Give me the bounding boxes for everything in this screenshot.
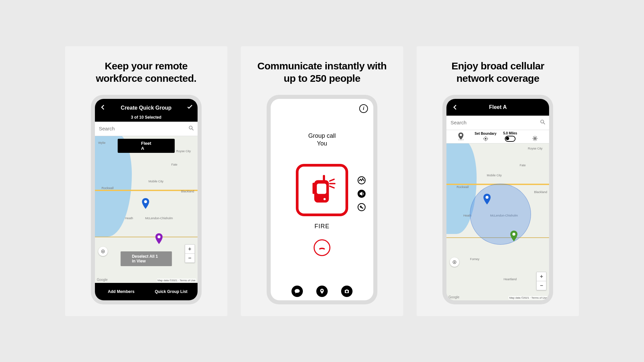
map-place: Rockwall [457, 185, 469, 189]
map-place: Fate [520, 164, 526, 167]
search-input[interactable] [450, 119, 540, 126]
info-icon[interactable]: i [359, 104, 368, 113]
map-attribution: Map data ©2021 · Terms of Use [508, 296, 548, 300]
deselect-button[interactable]: Deselect All 1 in View [120, 251, 172, 266]
headline-3: Enjoy broad cellular network coverage [451, 60, 544, 85]
zoom-in-button[interactable]: + [185, 245, 195, 254]
speaker-icon[interactable] [357, 189, 366, 198]
hangup-button[interactable] [314, 239, 330, 256]
map-place: Heath [125, 217, 133, 220]
svg-rect-7 [313, 183, 315, 194]
boundary-toolbar: Set Boundary 5.0 Miles [446, 130, 549, 143]
svg-point-15 [541, 120, 544, 123]
zoom-in-button[interactable]: + [537, 272, 546, 281]
map-place: Royse City [176, 149, 191, 153]
svg-point-25 [454, 261, 455, 263]
boundary-pin-button[interactable] [448, 132, 473, 141]
push-to-talk-button[interactable] [296, 164, 348, 216]
map-place: Heartland [503, 278, 517, 281]
distance-label: 5.0 Miles [503, 131, 517, 135]
fleet-chip[interactable]: Fleet A [117, 139, 174, 153]
activity-icon[interactable] [357, 176, 366, 185]
map[interactable]: Wylie Lavon Royse City Fate Mobile City … [95, 136, 198, 283]
phone-screen-1: Create Quick Group 3 of 10 Selected [95, 99, 198, 300]
radio-icon [309, 175, 335, 205]
svg-point-19 [485, 138, 486, 139]
svg-line-16 [544, 123, 545, 124]
panel-1: Keep your remote workforce connected. Cr… [65, 46, 227, 316]
svg-rect-9 [317, 183, 326, 194]
svg-point-0 [189, 126, 192, 129]
panel-3: Enjoy broad cellular network coverage Fl… [417, 46, 579, 316]
google-attribution: Google [97, 278, 108, 282]
location-tab[interactable] [316, 286, 328, 297]
headline-1: Keep your remote workforce connected. [96, 60, 197, 85]
phone-frame-2: i Group call You C [267, 95, 377, 304]
search-bar[interactable] [446, 116, 549, 130]
svg-point-4 [102, 251, 104, 252]
phone-screen-2: i Group call You C [271, 99, 373, 300]
svg-point-2 [144, 200, 147, 203]
search-input[interactable] [98, 125, 188, 132]
map-place: Rockwall [102, 186, 114, 190]
svg-rect-8 [323, 175, 325, 182]
quick-group-list-button[interactable]: Quick Group List [148, 286, 195, 298]
map-place: Mobile City [487, 174, 502, 177]
geofence-circle[interactable] [470, 184, 531, 245]
headline-2: Communicate instantly with up to 250 peo… [257, 60, 386, 85]
svg-point-17 [460, 134, 462, 136]
zoom-out-button[interactable]: − [185, 254, 195, 262]
map-pin-blue[interactable] [142, 198, 149, 210]
zoom-control[interactable]: +− [536, 272, 546, 290]
svg-line-1 [192, 129, 194, 130]
zoom-control[interactable]: +− [185, 244, 195, 263]
phone-frame-3: Fleet A Set Boundary 5.0 Miles [442, 95, 553, 304]
svg-point-23 [486, 196, 489, 199]
map-place: McLendon-Chisholm [145, 217, 173, 220]
back-icon[interactable] [99, 104, 106, 112]
camera-tab[interactable] [341, 286, 353, 297]
confirm-icon[interactable] [186, 104, 194, 112]
panel-2: Communicate instantly with up to 250 peo… [241, 46, 403, 316]
locate-me-button[interactable] [98, 247, 108, 256]
boundary-toggle[interactable]: 5.0 Miles [498, 131, 523, 142]
map-pin-green[interactable] [510, 231, 518, 243]
add-call-icon[interactable]: C [357, 203, 366, 212]
map-attribution: Map data ©2021 · Terms of Use [157, 279, 196, 282]
boundary-settings-button[interactable] [523, 132, 547, 141]
search-bar[interactable] [95, 122, 198, 136]
map-place: Forney [470, 257, 479, 261]
boundary-center-button[interactable]: Set Boundary [473, 132, 498, 141]
map-place: Blackland [534, 190, 547, 194]
back-icon[interactable] [451, 104, 459, 112]
add-members-button[interactable]: Add Members [98, 286, 145, 298]
map-pin-blue[interactable] [483, 194, 491, 206]
selection-count: 3 of 10 Selected [99, 115, 194, 120]
page-title: Fleet A [489, 104, 507, 110]
chat-tab[interactable] [291, 286, 303, 297]
phone-screen-3: Fleet A Set Boundary 5.0 Miles [446, 99, 549, 300]
talkgroup-label: FIRE [314, 223, 329, 230]
map-place: Blackland [181, 190, 194, 193]
call-type-label: Group call [308, 132, 336, 139]
search-icon[interactable] [540, 119, 546, 126]
tab-bar [291, 280, 353, 300]
map-pin-purple[interactable] [155, 233, 163, 245]
svg-text:C: C [360, 205, 362, 208]
call-side-actions: C [357, 176, 366, 212]
map-place: Royse City [528, 147, 543, 150]
search-icon[interactable] [188, 125, 194, 132]
phone-frame-1: Create Quick Group 3 of 10 Selected [91, 95, 202, 304]
footer-actions: Add Members Quick Group List [95, 283, 198, 300]
google-attribution: Google [448, 295, 459, 299]
caller-label: You [317, 140, 327, 147]
boundary-label: Set Boundary [475, 132, 496, 135]
toggle-icon[interactable] [505, 136, 516, 142]
map-place: Wylie [98, 141, 106, 144]
svg-point-3 [157, 235, 160, 238]
locate-me-button[interactable] [450, 257, 459, 267]
map[interactable]: Royse City Fate Mobile City Rockwall Bla… [446, 143, 549, 300]
map-place: Fate [171, 163, 177, 166]
zoom-out-button[interactable]: − [537, 281, 546, 290]
gear-icon [532, 135, 538, 141]
